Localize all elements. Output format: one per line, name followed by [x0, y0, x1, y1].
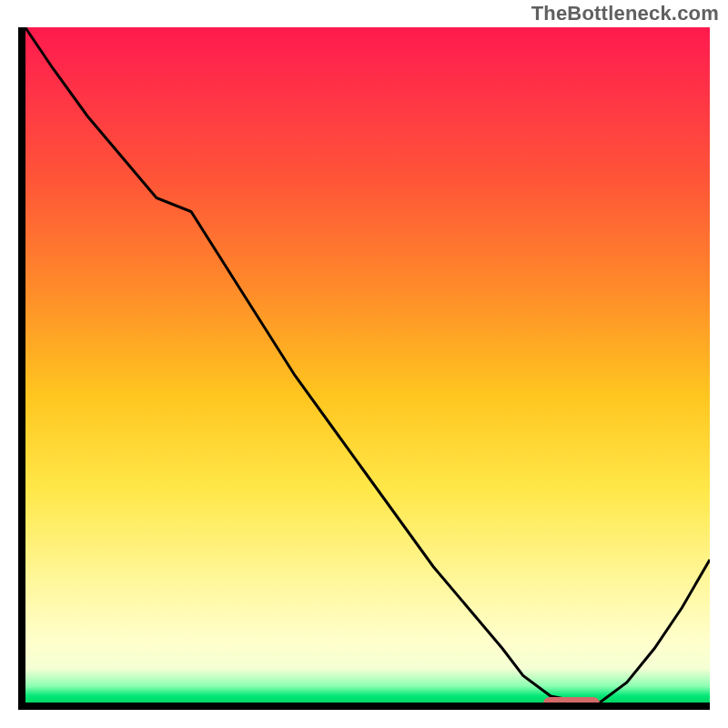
bottleneck-chart: TheBottleneck.com — [0, 0, 728, 728]
bottleneck-curve-path — [25, 27, 710, 703]
plot-area — [18, 27, 710, 710]
optimum-marker — [543, 697, 600, 710]
curve-layer — [18, 27, 710, 710]
attribution-text: TheBottleneck.com — [531, 2, 719, 25]
